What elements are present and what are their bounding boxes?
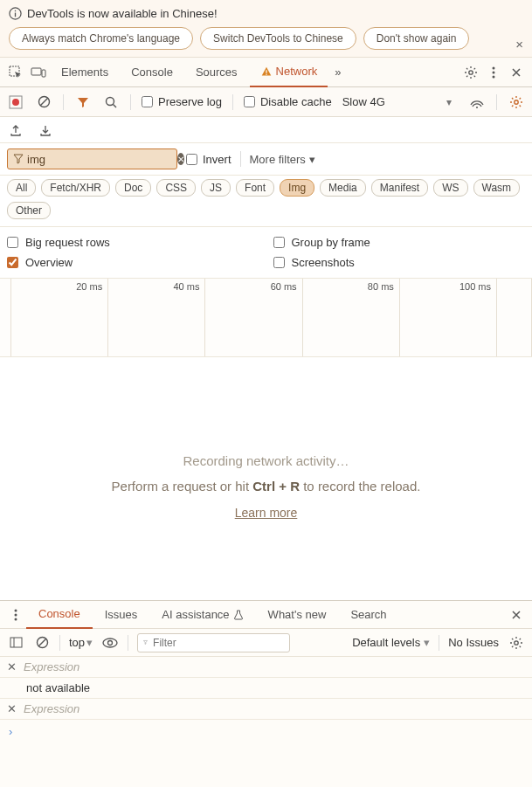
har-toolbar — [0, 117, 532, 143]
console-prompt[interactable]: › — [0, 720, 532, 743]
console-sidebar-icon[interactable] — [7, 634, 24, 652]
expression-placeholder[interactable]: Expression — [24, 702, 79, 715]
network-conditions-icon[interactable] — [468, 93, 486, 111]
view-options: Big request rows Overview Group by frame… — [0, 227, 532, 279]
overview-timeline[interactable]: 20 ms 40 ms 60 ms 80 ms 100 ms — [0, 279, 532, 357]
filter-input-wrap[interactable]: ✕ — [7, 148, 177, 169]
type-ws[interactable]: WS — [433, 179, 467, 197]
live-expression-row: ✕ Expression — [0, 699, 532, 720]
tabs-overflow[interactable]: » — [329, 58, 346, 87]
console-settings-icon[interactable] — [508, 634, 525, 652]
overview-checkbox[interactable]: Overview — [7, 252, 259, 273]
invert-checkbox[interactable]: Invert — [186, 153, 231, 166]
svg-point-21 — [15, 613, 17, 616]
clear-filter-icon[interactable]: ✕ — [177, 153, 184, 165]
svg-point-28 — [108, 640, 113, 645]
type-doc[interactable]: Doc — [115, 179, 151, 197]
console-filter-wrap[interactable] — [137, 633, 290, 652]
device-icon[interactable] — [28, 62, 49, 83]
throttle-select[interactable]: Slow 4G — [342, 95, 385, 108]
svg-rect-5 — [42, 70, 45, 77]
type-fetch[interactable]: Fetch/XHR — [41, 179, 110, 197]
dont-show-button[interactable]: Don't show again — [363, 27, 470, 50]
screenshots-checkbox[interactable]: Screenshots — [273, 252, 526, 273]
drawer-tab-whatsnew[interactable]: What's new — [256, 601, 339, 629]
drawer-close-icon[interactable] — [506, 604, 527, 625]
timeline-tick: 40 ms — [108, 279, 205, 356]
tab-console[interactable]: Console — [121, 58, 183, 87]
live-expression-row: ✕ Expression — [0, 657, 532, 678]
settings-gear-icon[interactable] — [460, 62, 481, 83]
type-js[interactable]: JS — [201, 179, 231, 197]
big-rows-checkbox[interactable]: Big request rows — [7, 232, 259, 252]
console-toolbar: top ▾ Default levels ▾ No Issues — [0, 629, 532, 657]
context-selector[interactable]: top ▾ — [69, 636, 93, 649]
svg-point-8 — [469, 70, 473, 73]
empty-line1: Recording network activity… — [0, 453, 532, 468]
expression-placeholder[interactable]: Expression — [24, 660, 79, 673]
network-settings-icon[interactable] — [508, 93, 525, 111]
funnel-icon — [143, 638, 148, 647]
type-img[interactable]: Img — [280, 179, 314, 197]
shortcut-key: Ctrl + R — [252, 479, 300, 494]
empty-line2: Perform a request or hit Ctrl + R to rec… — [0, 479, 532, 494]
drawer-tab-ai[interactable]: AI assistance — [149, 601, 255, 629]
type-media[interactable]: Media — [320, 179, 366, 197]
drawer-tab-issues[interactable]: Issues — [93, 601, 150, 629]
group-frame-label: Group by frame — [292, 236, 370, 249]
type-css[interactable]: CSS — [156, 179, 196, 197]
tab-network[interactable]: Network — [250, 58, 328, 87]
import-har-icon[interactable] — [37, 121, 54, 139]
match-language-button[interactable]: Always match Chrome's language — [9, 27, 193, 50]
switch-language-button[interactable]: Switch DevTools to Chinese — [200, 27, 356, 50]
console-clear-icon[interactable] — [33, 634, 51, 652]
expression-remove-icon[interactable]: ✕ — [7, 702, 17, 715]
type-manifest[interactable]: Manifest — [371, 179, 428, 197]
record-button[interactable] — [7, 93, 24, 111]
expression-value: not available — [0, 678, 532, 699]
overview-label: Overview — [25, 256, 73, 269]
search-icon[interactable] — [102, 93, 120, 111]
svg-rect-4 — [31, 68, 41, 75]
type-other[interactable]: Other — [7, 202, 51, 219]
drawer: Console Issues AI assistance What's new … — [0, 600, 532, 787]
prompt-caret: › — [9, 725, 12, 738]
more-filters-button[interactable]: More filters ▾ — [250, 153, 315, 166]
svg-point-19 — [515, 100, 518, 103]
invert-label: Invert — [203, 153, 231, 166]
learn-more-link[interactable]: Learn more — [235, 506, 298, 520]
filter-input[interactable] — [27, 153, 174, 166]
tab-elements[interactable]: Elements — [51, 58, 119, 87]
export-har-icon[interactable] — [7, 121, 24, 139]
kebab-icon[interactable] — [483, 62, 504, 83]
banner-close-icon[interactable]: × — [515, 37, 523, 52]
throttle-caret[interactable]: ▾ — [440, 96, 458, 108]
type-wasm[interactable]: Wasm — [473, 179, 521, 197]
log-levels-select[interactable]: Default levels ▾ — [352, 636, 430, 649]
svg-point-20 — [15, 609, 17, 611]
tab-sources[interactable]: Sources — [185, 58, 248, 87]
drawer-kebab-icon[interactable] — [5, 604, 26, 625]
devtools-close-icon[interactable] — [506, 62, 527, 83]
empty-state: Recording network activity… Perform a re… — [0, 357, 532, 520]
svg-line-26 — [38, 639, 46, 646]
group-frame-checkbox[interactable]: Group by frame — [273, 232, 526, 252]
drawer-tab-search[interactable]: Search — [338, 601, 398, 629]
svg-point-22 — [15, 618, 17, 620]
type-font[interactable]: Font — [236, 179, 274, 197]
drawer-tab-console[interactable]: Console — [26, 601, 93, 629]
filter-toggle-icon[interactable] — [74, 93, 92, 111]
type-all[interactable]: All — [7, 179, 36, 197]
timeline-tick: 60 ms — [205, 279, 302, 356]
svg-point-11 — [493, 75, 495, 78]
expression-remove-icon[interactable]: ✕ — [7, 660, 17, 673]
preserve-log-checkbox[interactable]: Preserve log — [142, 95, 222, 108]
no-issues-button[interactable]: No Issues — [448, 636, 499, 649]
drawer-tab-ai-label: AI assistance — [162, 608, 229, 621]
disable-cache-checkbox[interactable]: Disable cache — [244, 95, 332, 108]
live-expression-icon[interactable] — [101, 634, 119, 652]
console-filter-input[interactable] — [153, 637, 284, 649]
inspect-icon[interactable] — [5, 62, 26, 83]
clear-icon[interactable] — [35, 93, 52, 111]
svg-point-13 — [12, 99, 19, 106]
